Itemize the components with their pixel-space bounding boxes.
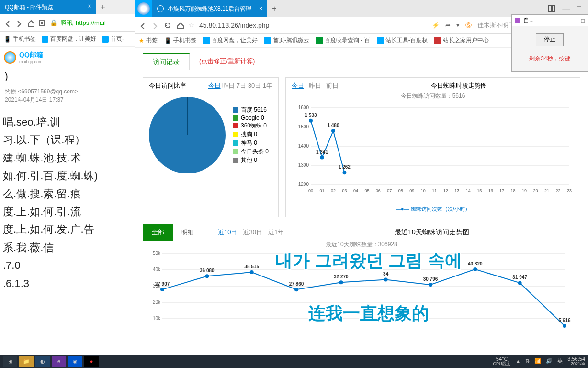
range-tab[interactable]: 今日 — [208, 82, 221, 89]
home-icon[interactable] — [176, 22, 184, 29]
svg-text:03: 03 — [342, 188, 347, 193]
reader-icon[interactable] — [38, 19, 46, 27]
range-tab[interactable]: 近30日 — [243, 228, 262, 237]
popup-titlebar[interactable]: 自... — □ — [512, 15, 588, 26]
bookmark-item[interactable]: 站长工具-百度权 — [377, 36, 428, 45]
tab-all[interactable]: 全部 — [143, 224, 173, 241]
left-browser-window: QQ邮箱 - 邮件预览 × + 🔒 腾讯 https://mail 📱手机书签 … — [0, 0, 135, 355]
tab-detail[interactable]: 明细 — [173, 224, 203, 241]
svg-point-69 — [473, 267, 477, 271]
range-tab[interactable]: 昨日 — [309, 81, 321, 90]
range-tab[interactable]: 7日 — [237, 82, 246, 89]
star-icon[interactable]: ☆ — [189, 22, 194, 29]
svg-text:20: 20 — [533, 188, 538, 193]
svg-text:27 860: 27 860 — [289, 281, 304, 287]
network-icon[interactable]: ⇅ — [525, 358, 530, 364]
range-tab[interactable]: 昨日 — [222, 82, 235, 89]
qq-mail-logo: QQ邮箱 mail.qq.com — [0, 47, 135, 68]
new-tab-button[interactable]: + — [267, 0, 282, 17]
bookmark-item[interactable]: 📱手机书签 — [4, 35, 36, 43]
range-tab[interactable]: 1年 — [263, 82, 272, 89]
stop-button[interactable]: 停止 — [536, 33, 564, 46]
recalc-link[interactable]: (点击修正/重新计算) — [199, 57, 255, 66]
bookmark-item[interactable]: 站长之家用户中心 — [434, 36, 489, 45]
wifi-icon[interactable]: 📶 — [534, 358, 541, 364]
svg-point-71 — [518, 281, 522, 285]
email-line: .7.0 — [3, 256, 132, 274]
bookmark-item[interactable]: ★书签 — [139, 36, 158, 45]
range-tab[interactable]: 近10日 — [218, 228, 237, 237]
bookmark-item[interactable]: 百度网盘，让美好 — [203, 36, 258, 45]
task-icon[interactable]: ◐ — [35, 356, 50, 367]
cpu-temp: 54℃ CPU温度 — [493, 356, 510, 367]
right-tab-active[interactable]: 小旋风万能蜘蛛池X8.11后台管理 × — [152, 0, 267, 17]
left-tab-active[interactable]: QQ邮箱 - 邮件预览 × — [0, 0, 96, 14]
minimize-icon[interactable]: — — [572, 17, 577, 24]
close-icon[interactable]: × — [259, 5, 262, 12]
bottom-title: 最近10天蜘蛛访问走势图 — [395, 228, 469, 237]
share-icon[interactable]: ➦ — [445, 22, 451, 29]
ime-indicator[interactable]: 英 — [557, 357, 563, 365]
svg-text:40k: 40k — [153, 267, 161, 272]
bookmark-item[interactable]: 首页-腾讯微云 — [264, 36, 309, 45]
svg-text:13: 13 — [454, 188, 459, 193]
svg-text:1200: 1200 — [298, 182, 309, 187]
chevron-down-icon[interactable]: ▾ — [456, 22, 460, 29]
back-icon[interactable] — [4, 19, 11, 27]
range-tab[interactable]: 近1年 — [268, 228, 284, 237]
svg-text:21: 21 — [544, 188, 549, 193]
email-count: ) — [0, 68, 135, 85]
tray-icon[interactable]: ▲ — [515, 358, 520, 364]
bookmark-item[interactable]: 百度收录查询 - 百 — [316, 36, 370, 45]
svg-text:30 796: 30 796 — [423, 276, 438, 282]
left-tab-title: QQ邮箱 - 邮件预览 — [5, 4, 53, 11]
new-tab-button[interactable]: + — [96, 0, 110, 14]
home-icon[interactable] — [27, 19, 34, 27]
clock[interactable]: 3:56:54 2021/4/ — [567, 356, 585, 367]
svg-text:09: 09 — [409, 188, 414, 193]
sogou-icon[interactable]: Ⓢ — [465, 21, 472, 30]
start-icon[interactable]: ⊞ — [3, 356, 17, 367]
address-bar-left[interactable]: 🔒 腾讯 https://mail — [50, 19, 106, 27]
close-icon[interactable]: × — [86, 3, 93, 10]
range-tab[interactable]: 今日 — [292, 81, 304, 90]
left-tabbar: QQ邮箱 - 邮件预览 × + — [0, 0, 135, 14]
tab-visit-log[interactable]: 访问记录 — [143, 53, 190, 70]
browser-avatar[interactable] — [135, 0, 152, 17]
bookmark-item[interactable]: 百度网盘，让美好 — [42, 35, 96, 43]
email-line: 建.蜘.蛛.池.技.术 — [3, 149, 132, 167]
task-icon[interactable]: ◉ — [68, 356, 82, 367]
url-text[interactable]: 45.80.113.26/index.php — [199, 22, 269, 29]
forward-icon[interactable] — [15, 19, 23, 27]
email-line: 如.何.引.百.度.蜘.蛛) — [3, 167, 132, 184]
bolt-icon[interactable]: ⚡ — [432, 22, 440, 29]
bookmark-item[interactable]: 首页- — [102, 35, 124, 43]
range-tab[interactable]: 30日 — [248, 82, 261, 89]
svg-text:40 320: 40 320 — [468, 261, 483, 266]
site-icon — [434, 37, 441, 44]
record-icon[interactable]: ● — [84, 356, 99, 367]
svg-point-63 — [339, 280, 343, 284]
windows-taskbar[interactable]: ⊞ 📁 ◐ e ◉ ● 54℃ CPU温度 ▲ ⇅ 📶 🔊 英 3:56:54 … — [0, 355, 588, 368]
task-icon[interactable]: e — [52, 356, 66, 367]
maximize-icon[interactable]: □ — [577, 4, 581, 13]
volume-icon[interactable]: 🔊 — [546, 358, 553, 364]
email-line: 习.以.下（课.程） — [3, 131, 132, 149]
layout-icon[interactable] — [548, 5, 555, 12]
email-line: 唱.seo.培.训 — [3, 113, 132, 131]
svg-text:27 907: 27 907 — [155, 281, 170, 287]
refresh-icon[interactable] — [164, 22, 171, 29]
swatch-icon — [233, 115, 238, 121]
bookmark-item[interactable]: 📱手机书签 — [164, 36, 196, 45]
forward-icon[interactable] — [151, 22, 159, 29]
svg-text:23: 23 — [567, 188, 572, 193]
back-icon[interactable] — [139, 22, 147, 29]
range-tab[interactable]: 前日 — [326, 81, 339, 90]
minimize-icon[interactable]: — — [562, 4, 570, 13]
maximize-icon[interactable]: □ — [581, 17, 585, 24]
svg-point-41 — [331, 129, 335, 133]
svg-rect-2 — [552, 6, 554, 12]
task-icon[interactable]: 📁 — [19, 356, 34, 367]
email-line: 么.做.搜.索.留.痕 — [3, 185, 132, 203]
email-body: 唱.seo.培.训习.以.下（课.程）建.蜘.蛛.池.技.术如.何.引.百.度.… — [0, 107, 135, 298]
